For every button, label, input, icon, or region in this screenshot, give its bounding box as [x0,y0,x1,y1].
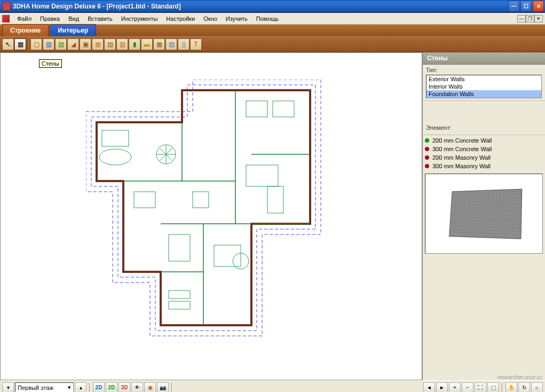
tool-column[interactable]: ▮ [129,38,140,50]
floor-down-button[interactable]: ▾ [2,382,14,393]
mdi-close[interactable]: ✕ [534,15,543,22]
element-item-label: 200 mm Masonry Wall [432,154,491,161]
svg-rect-10 [246,101,267,117]
app-small-icon [2,15,10,22]
element-300-masonry[interactable]: 300 mm Masonry Wall [423,162,545,170]
window-controls: ― ☐ ✕ [508,1,544,12]
tool-dormer[interactable]: ▣ [80,38,91,50]
menu-window[interactable]: Окно [199,14,222,23]
zoom-region-button[interactable]: ⬚ [487,382,499,393]
svg-rect-12 [246,165,278,186]
bullet-icon [425,155,429,160]
element-section: Элемент: [423,122,545,135]
pan-button[interactable]: ✋ [505,382,517,393]
close-button[interactable]: ✕ [533,1,544,12]
type-exterior[interactable]: Exterior Walls [426,75,541,83]
tool-roof[interactable]: ◢ [67,38,79,50]
svg-rect-7 [102,130,129,146]
mdi-restore[interactable]: ❐ [526,15,534,22]
type-list: Exterior Walls Interior Walls Foundation… [426,75,542,98]
tool-pointer[interactable]: ↖ [2,38,14,50]
tool-floor[interactable]: ▤ [165,38,177,50]
wall-preview [449,189,522,239]
preview-pane [425,174,543,254]
view-2d-button[interactable]: 2D [93,382,105,393]
bottom-separator [89,383,90,393]
nav-prev-button[interactable]: ◄ [423,382,435,393]
view-walk-button[interactable]: 👁 [131,382,143,393]
floor-selector[interactable]: Первый этаж ▾ [15,382,74,393]
element-300-concrete[interactable]: 300 mm Concrete Wall [423,145,545,153]
main-toolbar: ↖ ▦ ▢ ▥ ▤ ◢ ▣ ▦ ▤ ▥ ▮ ▬ ▦ ▤ ▯ T [0,36,545,52]
chevron-down-icon: ▾ [68,384,71,391]
orbit-button[interactable]: ↻ [518,382,530,393]
mdi-controls: ― ❐ ✕ [517,15,543,22]
element-item-label: 300 mm Masonry Wall [432,163,491,169]
menu-insert[interactable]: Вставить [83,14,117,23]
view-photo-button[interactable]: 📷 [157,382,169,393]
svg-rect-16 [169,234,190,261]
tool-ceiling[interactable]: ▦ [153,38,165,50]
zoom-fit-button[interactable]: ⛶ [475,382,486,393]
side-panel: Стены Тип: Exterior Walls Interior Walls… [422,52,545,380]
bullet-icon [425,138,429,143]
tool-stairs[interactable]: ▤ [104,38,116,50]
main-area: Стены [0,52,545,380]
svg-rect-18 [169,301,190,309]
element-label: Элемент: [426,124,542,131]
menu-file[interactable]: Файл [13,14,36,23]
element-200-concrete[interactable]: 200 mm Concrete Wall [423,136,545,145]
toolbar-separator [28,38,29,50]
view-camera-button[interactable]: ▣ [144,382,156,393]
svg-rect-19 [134,192,155,208]
menu-settings[interactable]: Настройки [162,14,199,23]
tab-structure[interactable]: Строение [2,24,49,36]
tool-text[interactable]: T [190,38,202,50]
bottom-separator [171,383,172,393]
zoom-in-button[interactable]: + [449,382,461,393]
zoom-out-button[interactable]: − [462,382,473,393]
svg-rect-11 [273,101,294,117]
mdi-minimize[interactable]: ― [517,15,526,22]
menu-edit[interactable]: Правка [36,14,64,23]
tool-opening[interactable]: ▤ [55,38,67,50]
app-icon [2,2,11,11]
menu-tools[interactable]: Инструменты [117,14,162,23]
tool-door[interactable]: ▢ [30,38,42,50]
view-3d-button[interactable]: 3D [119,382,130,393]
menu-help[interactable]: Помощь [252,14,283,23]
element-list: 200 mm Concrete Wall 300 mm Concrete Wal… [423,135,545,171]
view-2d-green-button[interactable]: 2D [106,382,117,393]
menu-view[interactable]: Вид [64,14,83,23]
tool-window[interactable]: ▥ [43,38,54,50]
menu-study[interactable]: Изучить [222,14,252,23]
element-200-masonry[interactable]: 200 mm Masonry Wall [423,153,545,162]
tool-railing[interactable]: ▥ [116,38,128,50]
window-title: 3DHA Home Design Deluxe 6 - [Project1.bl… [13,3,508,10]
watermark: researcher.ucoz.ru [497,374,542,380]
svg-rect-14 [214,245,241,266]
svg-rect-17 [169,291,190,299]
home-view-button[interactable]: ⌂ [531,382,543,393]
svg-point-8 [99,149,131,165]
tab-interior[interactable]: Интерьер [50,24,96,36]
type-foundation[interactable]: Foundation Walls [426,90,541,98]
floor-up-button[interactable]: ▴ [75,382,86,393]
title-bar: 3DHA Home Design Deluxe 6 - [Project1.bl… [0,0,545,13]
type-interior[interactable]: Interior Walls [426,83,541,90]
panel-title: Стены [423,52,545,65]
type-section: Тип: Exterior Walls Interior Walls Found… [423,65,545,101]
canvas[interactable]: Стены [0,52,422,380]
menu-bar: Файл Правка Вид Вставить Инструменты Нас… [0,13,545,25]
bottom-toolbar: ▾ Первый этаж ▾ ▴ 2D 2D 3D 👁 ▣ 📷 ◄ ► + −… [0,380,545,392]
tool-beam[interactable]: ▬ [141,38,153,50]
element-item-label: 200 mm Concrete Wall [432,137,492,144]
tool-gable[interactable]: ▦ [92,38,104,50]
nav-next-button[interactable]: ► [436,382,448,393]
maximize-button[interactable]: ☐ [520,1,532,12]
svg-rect-20 [193,192,209,208]
canvas-tooltip: Стены [39,59,62,68]
minimize-button[interactable]: ― [508,1,519,12]
tool-wall[interactable]: ▦ [14,38,26,50]
tool-post[interactable]: ▯ [178,38,189,50]
